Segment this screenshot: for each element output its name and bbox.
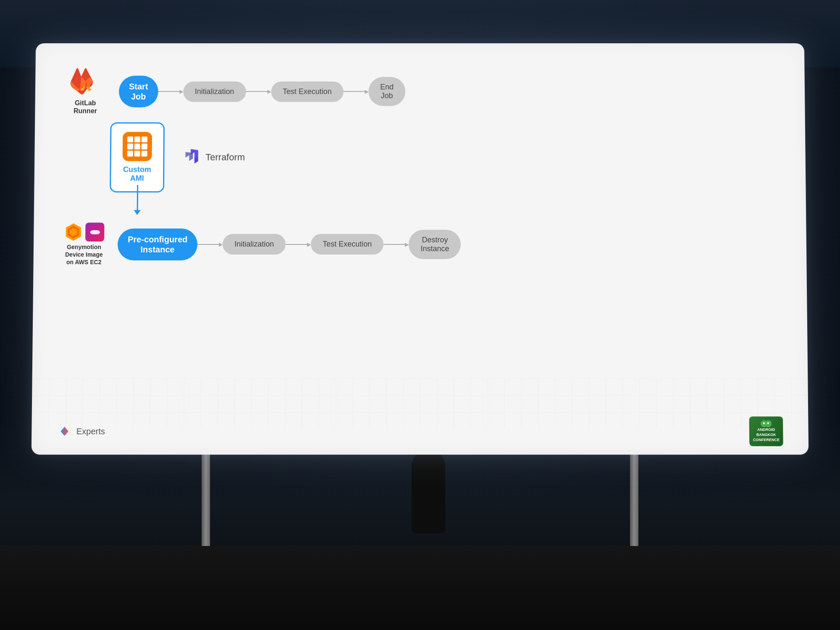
floor-area — [0, 546, 840, 630]
custom-ami-box: CustomAMI — [110, 122, 165, 192]
arrow-init-to-test-bottom — [286, 242, 311, 247]
svg-rect-12 — [762, 422, 770, 427]
genymotion-logo-area: GenymotionDevice Imageon AWS EC2 — [59, 223, 110, 266]
ami-cell-6 — [142, 144, 147, 150]
initialization-node-bottom: Initialization — [223, 234, 286, 255]
projection-screen: GitLabRunner StartJob Initialization Tes… — [32, 43, 809, 454]
gitlab-runner-logo: GitLabRunner — [60, 68, 111, 115]
ami-cell-8 — [134, 151, 140, 157]
aws-icon — [64, 223, 83, 242]
custom-ami-label: CustomAMI — [119, 165, 155, 183]
experts-label: Experts — [76, 426, 105, 436]
genymotion-label: GenymotionDevice Imageon AWS EC2 — [65, 243, 103, 266]
android-experts-logo: Experts — [57, 424, 105, 439]
gitlab-label: GitLabRunner — [74, 99, 97, 115]
ami-cell-9 — [142, 151, 147, 157]
ami-cell-3 — [142, 136, 147, 142]
presenter-silhouette — [412, 449, 445, 533]
android-robot-icon — [760, 420, 772, 428]
gitlab-fox-icon — [70, 68, 101, 97]
pre-configured-instance-node: Pre-configuredInstance — [118, 228, 198, 260]
vertical-arrow — [134, 185, 141, 215]
bottom-pipeline-row: GenymotionDevice Imageon AWS EC2 Pre-con… — [59, 223, 782, 266]
bottom-logos-bar: Experts Android Bangkok Conference — [57, 417, 783, 446]
arrow-pre-to-init — [197, 242, 223, 247]
ami-grid-icon — [125, 134, 150, 159]
arrow-test-to-end — [343, 89, 368, 94]
arrow-test-to-destroy — [383, 242, 409, 247]
test-execution-node-top: Test Execution — [271, 81, 343, 102]
terraform-area: Terraform — [185, 149, 245, 166]
top-pipeline-row: GitLabRunner StartJob Initialization Tes… — [60, 68, 780, 115]
genymotion-icons-group — [64, 223, 104, 242]
ami-cell-2 — [134, 136, 140, 142]
test-execution-node-bottom: Test Execution — [311, 234, 383, 255]
top-pipeline-flow: StartJob Initialization Test Execution E… — [119, 76, 780, 107]
conference-badge: Android Bangkok Conference — [749, 417, 783, 446]
ami-icon — [123, 132, 152, 161]
end-job-node: EndJob — [368, 77, 405, 106]
arrow-start-to-init — [158, 89, 183, 94]
start-job-node: StartJob — [119, 76, 158, 107]
svg-marker-1 — [186, 152, 193, 161]
android-experts-icon — [57, 424, 72, 439]
arrow-init-to-test — [246, 89, 271, 94]
terraform-label: Terraform — [205, 152, 245, 163]
ami-cell-7 — [127, 151, 133, 157]
bottom-pipeline-flow: Pre-configuredInstance Initialization Te… — [118, 228, 782, 260]
conference-text: Android Bangkok Conference — [753, 428, 780, 442]
initialization-node-top: Initialization — [183, 81, 246, 102]
svg-rect-14 — [767, 423, 769, 424]
genymotion-device-icon — [85, 223, 104, 242]
svg-marker-9 — [61, 427, 65, 436]
arrow-v-head — [134, 210, 141, 215]
ami-cell-1 — [127, 136, 133, 142]
terraform-icon — [185, 149, 200, 166]
middle-section: CustomAMI Terraform — [110, 122, 245, 192]
destroy-instance-node: DestroyInstance — [409, 230, 461, 259]
svg-rect-7 — [91, 230, 99, 234]
ami-cell-4 — [127, 144, 133, 150]
ami-cell-5 — [134, 144, 140, 150]
svg-rect-13 — [763, 423, 765, 424]
arrow-v-line — [136, 185, 138, 210]
